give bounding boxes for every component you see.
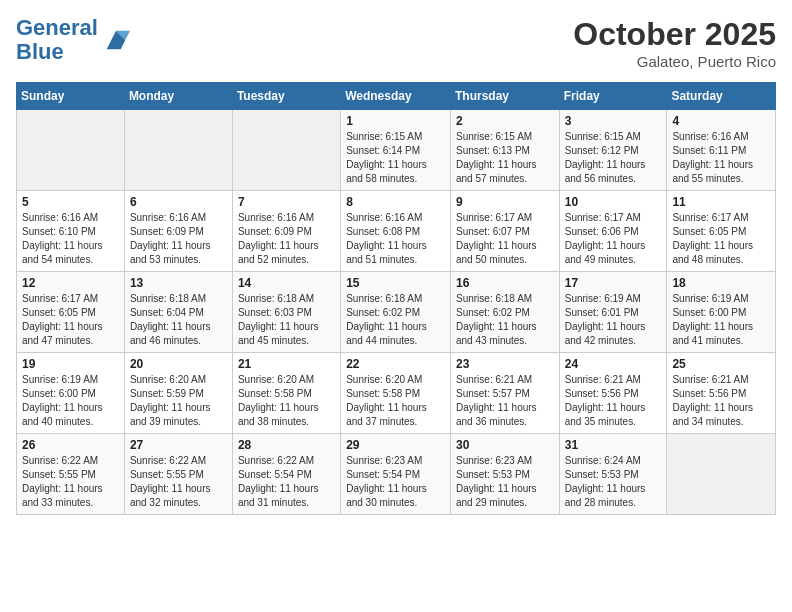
calendar-cell: 6Sunrise: 6:16 AM Sunset: 6:09 PM Daylig… (124, 191, 232, 272)
day-number: 2 (456, 114, 554, 128)
calendar-cell: 18Sunrise: 6:19 AM Sunset: 6:00 PM Dayli… (667, 272, 776, 353)
calendar-week-row: 1Sunrise: 6:15 AM Sunset: 6:14 PM Daylig… (17, 110, 776, 191)
calendar-week-row: 12Sunrise: 6:17 AM Sunset: 6:05 PM Dayli… (17, 272, 776, 353)
day-number: 22 (346, 357, 445, 371)
day-info: Sunrise: 6:15 AM Sunset: 6:14 PM Dayligh… (346, 130, 445, 186)
day-info: Sunrise: 6:16 AM Sunset: 6:08 PM Dayligh… (346, 211, 445, 267)
calendar-week-row: 5Sunrise: 6:16 AM Sunset: 6:10 PM Daylig… (17, 191, 776, 272)
calendar-cell: 29Sunrise: 6:23 AM Sunset: 5:54 PM Dayli… (341, 434, 451, 515)
calendar-cell: 19Sunrise: 6:19 AM Sunset: 6:00 PM Dayli… (17, 353, 125, 434)
day-number: 25 (672, 357, 770, 371)
day-number: 12 (22, 276, 119, 290)
day-info: Sunrise: 6:18 AM Sunset: 6:03 PM Dayligh… (238, 292, 335, 348)
weekday-header-cell: Monday (124, 83, 232, 110)
day-info: Sunrise: 6:17 AM Sunset: 6:05 PM Dayligh… (22, 292, 119, 348)
day-number: 31 (565, 438, 662, 452)
calendar-cell: 23Sunrise: 6:21 AM Sunset: 5:57 PM Dayli… (450, 353, 559, 434)
calendar-cell: 27Sunrise: 6:22 AM Sunset: 5:55 PM Dayli… (124, 434, 232, 515)
weekday-header-cell: Wednesday (341, 83, 451, 110)
day-info: Sunrise: 6:20 AM Sunset: 5:59 PM Dayligh… (130, 373, 227, 429)
weekday-header-cell: Sunday (17, 83, 125, 110)
weekday-header-cell: Thursday (450, 83, 559, 110)
calendar-cell: 26Sunrise: 6:22 AM Sunset: 5:55 PM Dayli… (17, 434, 125, 515)
calendar-cell: 12Sunrise: 6:17 AM Sunset: 6:05 PM Dayli… (17, 272, 125, 353)
day-number: 5 (22, 195, 119, 209)
calendar-cell: 8Sunrise: 6:16 AM Sunset: 6:08 PM Daylig… (341, 191, 451, 272)
day-number: 23 (456, 357, 554, 371)
day-info: Sunrise: 6:18 AM Sunset: 6:02 PM Dayligh… (456, 292, 554, 348)
day-number: 4 (672, 114, 770, 128)
day-info: Sunrise: 6:19 AM Sunset: 6:00 PM Dayligh… (672, 292, 770, 348)
day-info: Sunrise: 6:22 AM Sunset: 5:55 PM Dayligh… (22, 454, 119, 510)
day-number: 13 (130, 276, 227, 290)
day-info: Sunrise: 6:19 AM Sunset: 6:01 PM Dayligh… (565, 292, 662, 348)
day-number: 19 (22, 357, 119, 371)
day-info: Sunrise: 6:18 AM Sunset: 6:02 PM Dayligh… (346, 292, 445, 348)
calendar-cell: 28Sunrise: 6:22 AM Sunset: 5:54 PM Dayli… (232, 434, 340, 515)
weekday-header-cell: Friday (559, 83, 667, 110)
calendar-cell: 11Sunrise: 6:17 AM Sunset: 6:05 PM Dayli… (667, 191, 776, 272)
calendar-cell: 1Sunrise: 6:15 AM Sunset: 6:14 PM Daylig… (341, 110, 451, 191)
day-number: 11 (672, 195, 770, 209)
calendar-cell (232, 110, 340, 191)
calendar-cell: 9Sunrise: 6:17 AM Sunset: 6:07 PM Daylig… (450, 191, 559, 272)
calendar-cell: 7Sunrise: 6:16 AM Sunset: 6:09 PM Daylig… (232, 191, 340, 272)
day-number: 28 (238, 438, 335, 452)
day-info: Sunrise: 6:16 AM Sunset: 6:09 PM Dayligh… (130, 211, 227, 267)
calendar-cell: 20Sunrise: 6:20 AM Sunset: 5:59 PM Dayli… (124, 353, 232, 434)
calendar-cell: 14Sunrise: 6:18 AM Sunset: 6:03 PM Dayli… (232, 272, 340, 353)
day-info: Sunrise: 6:16 AM Sunset: 6:11 PM Dayligh… (672, 130, 770, 186)
day-number: 10 (565, 195, 662, 209)
title-area: October 2025 Galateo, Puerto Rico (573, 16, 776, 70)
day-number: 7 (238, 195, 335, 209)
calendar-cell: 24Sunrise: 6:21 AM Sunset: 5:56 PM Dayli… (559, 353, 667, 434)
day-number: 14 (238, 276, 335, 290)
calendar-table: SundayMondayTuesdayWednesdayThursdayFrid… (16, 82, 776, 515)
calendar-cell: 16Sunrise: 6:18 AM Sunset: 6:02 PM Dayli… (450, 272, 559, 353)
calendar-cell (124, 110, 232, 191)
calendar-cell: 13Sunrise: 6:18 AM Sunset: 6:04 PM Dayli… (124, 272, 232, 353)
calendar-cell: 31Sunrise: 6:24 AM Sunset: 5:53 PM Dayli… (559, 434, 667, 515)
day-number: 20 (130, 357, 227, 371)
location-subtitle: Galateo, Puerto Rico (573, 53, 776, 70)
calendar-body: 1Sunrise: 6:15 AM Sunset: 6:14 PM Daylig… (17, 110, 776, 515)
day-info: Sunrise: 6:21 AM Sunset: 5:56 PM Dayligh… (672, 373, 770, 429)
weekday-header-cell: Saturday (667, 83, 776, 110)
day-info: Sunrise: 6:22 AM Sunset: 5:55 PM Dayligh… (130, 454, 227, 510)
day-info: Sunrise: 6:16 AM Sunset: 6:09 PM Dayligh… (238, 211, 335, 267)
day-info: Sunrise: 6:15 AM Sunset: 6:12 PM Dayligh… (565, 130, 662, 186)
day-info: Sunrise: 6:21 AM Sunset: 5:57 PM Dayligh… (456, 373, 554, 429)
day-number: 16 (456, 276, 554, 290)
calendar-cell: 25Sunrise: 6:21 AM Sunset: 5:56 PM Dayli… (667, 353, 776, 434)
day-info: Sunrise: 6:23 AM Sunset: 5:54 PM Dayligh… (346, 454, 445, 510)
day-info: Sunrise: 6:17 AM Sunset: 6:05 PM Dayligh… (672, 211, 770, 267)
logo: General Blue (16, 16, 130, 64)
calendar-cell: 3Sunrise: 6:15 AM Sunset: 6:12 PM Daylig… (559, 110, 667, 191)
weekday-header-cell: Tuesday (232, 83, 340, 110)
day-number: 8 (346, 195, 445, 209)
logo-line2: Blue (16, 39, 64, 64)
day-info: Sunrise: 6:18 AM Sunset: 6:04 PM Dayligh… (130, 292, 227, 348)
day-number: 1 (346, 114, 445, 128)
logo-icon (102, 26, 130, 54)
day-info: Sunrise: 6:19 AM Sunset: 6:00 PM Dayligh… (22, 373, 119, 429)
day-number: 17 (565, 276, 662, 290)
calendar-cell: 17Sunrise: 6:19 AM Sunset: 6:01 PM Dayli… (559, 272, 667, 353)
day-info: Sunrise: 6:20 AM Sunset: 5:58 PM Dayligh… (238, 373, 335, 429)
logo-text: General Blue (16, 16, 98, 64)
day-number: 29 (346, 438, 445, 452)
day-info: Sunrise: 6:22 AM Sunset: 5:54 PM Dayligh… (238, 454, 335, 510)
day-number: 27 (130, 438, 227, 452)
day-number: 9 (456, 195, 554, 209)
day-number: 21 (238, 357, 335, 371)
day-info: Sunrise: 6:16 AM Sunset: 6:10 PM Dayligh… (22, 211, 119, 267)
page-header: General Blue October 2025 Galateo, Puert… (16, 16, 776, 70)
day-number: 15 (346, 276, 445, 290)
calendar-cell (17, 110, 125, 191)
day-info: Sunrise: 6:20 AM Sunset: 5:58 PM Dayligh… (346, 373, 445, 429)
logo-line1: General (16, 15, 98, 40)
day-info: Sunrise: 6:24 AM Sunset: 5:53 PM Dayligh… (565, 454, 662, 510)
calendar-cell: 10Sunrise: 6:17 AM Sunset: 6:06 PM Dayli… (559, 191, 667, 272)
calendar-cell (667, 434, 776, 515)
calendar-cell: 21Sunrise: 6:20 AM Sunset: 5:58 PM Dayli… (232, 353, 340, 434)
